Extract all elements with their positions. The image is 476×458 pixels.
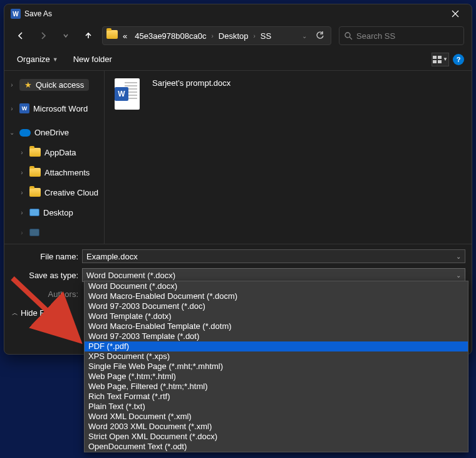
new-folder-button[interactable]: New folder <box>68 52 117 66</box>
folder-icon <box>29 188 41 197</box>
window-title: Save As <box>24 9 442 18</box>
folder-icon <box>29 148 41 157</box>
save-type-option[interactable]: Word Document (*.docx) <box>85 281 468 291</box>
save-type-option[interactable]: Web Page, Filtered (*.htm;*.html) <box>85 382 468 392</box>
sidebar-item-quick-access[interactable]: › ★Quick access <box>4 75 104 95</box>
folder-icon <box>106 30 118 41</box>
search-input[interactable]: Search SS <box>339 26 464 45</box>
titlebar: W Save As <box>4 4 472 23</box>
save-type-option[interactable]: Strict Open XML Document (*.docx) <box>85 432 468 442</box>
save-type-dropdown[interactable]: Word Document (*.docx) ⌄ <box>82 268 465 282</box>
word-icon: W <box>19 103 29 113</box>
save-type-option[interactable]: PDF (*.pdf) <box>85 341 468 351</box>
address-bar[interactable]: « 45e3ae978b08ca0c › Desktop › SS ⌄ <box>102 26 331 45</box>
chevron-down-icon: ⌄ <box>8 129 16 136</box>
sidebar-item-word[interactable]: › W Microsoft Word <box>4 98 104 118</box>
hide-folders-button[interactable]: ︿ Hide Folders <box>12 308 67 318</box>
save-type-option[interactable]: XPS Document (*.xps) <box>85 351 468 362</box>
chevron-right-icon: › <box>8 105 16 112</box>
view-button[interactable]: ▼ <box>432 53 449 66</box>
organize-button[interactable]: Organize▼ <box>12 52 63 66</box>
chevron-down-icon[interactable]: ⌄ <box>302 33 307 39</box>
forward-button[interactable] <box>34 27 52 44</box>
sidebar-item-desktop[interactable]: ›Desktop <box>4 202 104 222</box>
chevron-down-icon[interactable]: ⌄ <box>456 272 461 279</box>
breadcrumb-overflow[interactable]: « <box>120 31 130 41</box>
chevron-down-icon[interactable]: ⌄ <box>456 253 461 260</box>
chevron-right-icon: › <box>211 33 213 39</box>
desktop-icon <box>29 209 39 216</box>
file-list[interactable]: W Sarjeet's prompt.docx <box>105 71 472 244</box>
save-type-option[interactable]: Word Macro-Enabled Template (*.dotm) <box>85 321 468 331</box>
sidebar-item-creative[interactable]: ›Creative Cloud <box>4 182 104 202</box>
dialog-body: › ★Quick access › W Microsoft Word ⌄ One… <box>4 71 472 244</box>
breadcrumb-1[interactable]: 45e3ae978b08ca0c <box>132 31 209 41</box>
authors-label: Authors: <box>11 289 78 299</box>
svg-rect-2 <box>438 56 442 59</box>
save-type-option[interactable]: Web Page (*.htm;*.html) <box>85 372 468 382</box>
word-app-icon: W <box>11 9 21 19</box>
search-placeholder: Search SS <box>356 31 395 41</box>
chevron-right-icon: › <box>8 81 16 88</box>
star-icon: ★ <box>24 80 32 90</box>
sidebar: › ★Quick access › W Microsoft Word ⌄ One… <box>4 71 105 244</box>
save-type-option[interactable]: Word Macro-Enabled Document (*.docm) <box>85 291 468 301</box>
up-button[interactable] <box>80 27 97 44</box>
file-name-label: File name: <box>11 252 78 261</box>
file-item[interactable]: W <box>112 78 142 110</box>
file-name[interactable]: Sarjeet's prompt.docx <box>152 78 230 88</box>
help-button[interactable]: ? <box>453 54 464 65</box>
svg-rect-1 <box>433 56 437 59</box>
svg-rect-3 <box>433 60 437 63</box>
save-type-option[interactable]: Rich Text Format (*.rtf) <box>85 392 468 402</box>
save-type-label: Save as type: <box>11 271 78 280</box>
svg-point-0 <box>345 33 350 38</box>
search-icon <box>344 32 353 40</box>
breadcrumb-3[interactable]: SS <box>258 31 274 41</box>
back-button[interactable] <box>12 27 29 44</box>
save-type-option[interactable]: Plain Text (*.txt) <box>85 402 468 412</box>
save-type-option[interactable]: Word 2003 XML Document (*.xml) <box>85 422 468 432</box>
svg-rect-4 <box>438 60 442 63</box>
recent-button[interactable] <box>57 27 75 44</box>
navbar: « 45e3ae978b08ca0c › Desktop › SS ⌄ Sear… <box>4 23 472 48</box>
chevron-right-icon: › <box>254 33 256 39</box>
docx-icon: W <box>115 78 140 110</box>
sidebar-item-more[interactable]: › <box>4 222 104 242</box>
breadcrumb-2[interactable]: Desktop <box>216 31 251 41</box>
sidebar-item-appdata[interactable]: ›AppData <box>4 142 104 162</box>
save-type-option[interactable]: OpenDocument Text (*.odt) <box>85 442 468 452</box>
chevron-up-icon: ︿ <box>12 309 18 318</box>
save-type-option[interactable]: Word 97-2003 Template (*.dot) <box>85 331 468 341</box>
save-type-options-list[interactable]: Word Document (*.docx)Word Macro-Enabled… <box>84 281 468 452</box>
sidebar-item-attachments[interactable]: ›Attachments <box>4 162 104 182</box>
save-type-option[interactable]: Word 97-2003 Document (*.doc) <box>85 301 468 311</box>
save-type-option[interactable]: Word Template (*.dotx) <box>85 311 468 321</box>
toolbar: Organize▼ New folder ▼ ? <box>4 48 472 71</box>
save-type-option[interactable]: Single File Web Page (*.mht;*.mhtml) <box>85 362 468 372</box>
sidebar-item-onedrive[interactable]: ⌄ OneDrive <box>4 122 104 142</box>
file-name-input[interactable]: Example.docx ⌄ <box>82 249 465 263</box>
folder-icon <box>29 229 39 236</box>
folder-icon <box>29 168 41 177</box>
save-type-option[interactable]: Word XML Document (*.xml) <box>85 412 468 422</box>
refresh-button[interactable] <box>316 31 324 40</box>
cloud-icon <box>19 129 31 137</box>
close-button[interactable] <box>442 4 469 23</box>
